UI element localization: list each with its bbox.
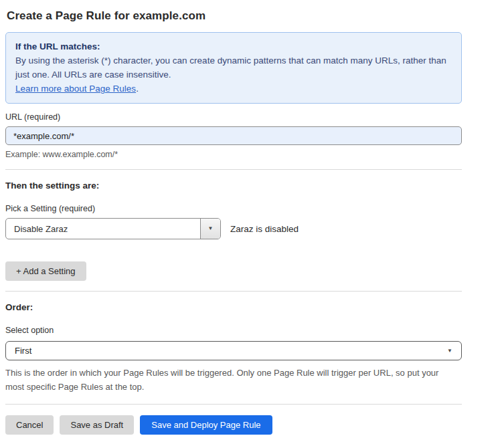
chevron-down-icon: ▼ xyxy=(208,226,214,231)
info-link-row: Learn more about Page Rules. xyxy=(15,82,452,96)
learn-more-page-rules-link[interactable]: Learn more about Page Rules xyxy=(15,84,136,94)
form-actions: Cancel Save as Draft Save and Deploy Pag… xyxy=(5,415,463,435)
info-box-heading: If the URL matches: xyxy=(15,39,452,53)
order-description: This is the order in which your Page Rul… xyxy=(5,366,455,394)
setting-row: Disable Zaraz ▼ Zaraz is disabled xyxy=(5,218,463,239)
create-page-rule-form: Create a Page Rule for example.com If th… xyxy=(0,0,463,435)
setting-select-arrow-button[interactable]: ▼ xyxy=(200,219,220,239)
setting-select-value: Disable Zaraz xyxy=(6,224,68,234)
cancel-button[interactable]: Cancel xyxy=(5,415,54,435)
order-select-dropdown[interactable]: First ▼ xyxy=(5,341,462,360)
save-as-draft-button[interactable]: Save as Draft xyxy=(60,415,134,435)
settings-section-heading: Then the settings are: xyxy=(5,181,463,191)
order-section-heading: Order: xyxy=(5,302,463,312)
save-and-deploy-button[interactable]: Save and Deploy Page Rule xyxy=(140,415,272,435)
divider xyxy=(5,169,462,170)
pick-setting-label: Pick a Setting (required) xyxy=(5,204,463,213)
divider xyxy=(5,404,462,405)
url-input[interactable] xyxy=(5,126,462,145)
order-select-value: First xyxy=(15,346,31,356)
info-box-body: By using the asterisk (*) character, you… xyxy=(15,53,452,82)
setting-select-dropdown[interactable]: Disable Zaraz ▼ xyxy=(5,218,221,239)
divider xyxy=(5,291,462,292)
page-title: Create a Page Rule for example.com xyxy=(7,9,463,23)
url-match-info-box: If the URL matches: By using the asteris… xyxy=(5,32,462,104)
setting-status-text: Zaraz is disabled xyxy=(230,224,299,234)
chevron-down-icon: ▼ xyxy=(447,348,452,354)
link-suffix: . xyxy=(136,84,139,94)
order-select-label: Select option xyxy=(5,326,463,335)
add-setting-button[interactable]: + Add a Setting xyxy=(5,261,86,281)
url-example-hint: Example: www.example.com/* xyxy=(5,150,463,159)
url-label: URL (required) xyxy=(5,112,463,122)
